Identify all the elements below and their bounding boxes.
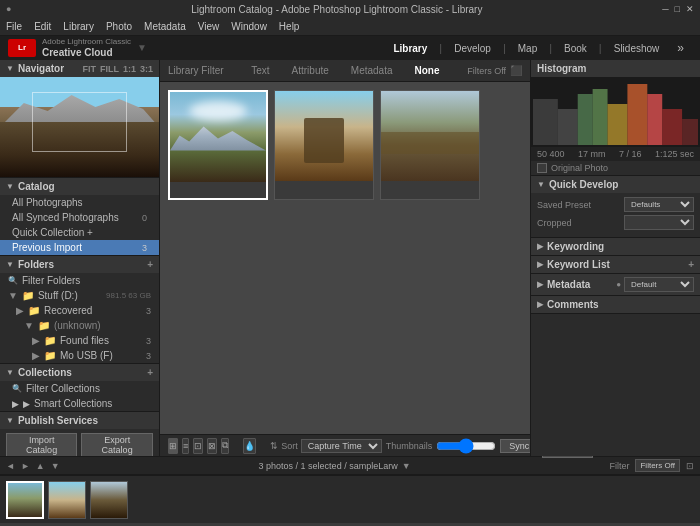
- import-catalog-btn[interactable]: Import Catalog: [6, 433, 77, 456]
- nav-up[interactable]: ▲: [36, 461, 45, 471]
- navigator-label: Navigator: [18, 63, 64, 74]
- catalog-all-photos[interactable]: All Photographs: [0, 195, 159, 210]
- filter-tab-text[interactable]: Text: [243, 65, 277, 76]
- quick-develop-header[interactable]: ▼ Quick Develop: [531, 176, 700, 193]
- more-modules-btn[interactable]: »: [669, 39, 692, 57]
- nav-down[interactable]: ▼: [51, 461, 60, 471]
- grid-view-btn[interactable]: ⊞: [168, 438, 178, 454]
- maximize-btn[interactable]: □: [675, 4, 680, 14]
- menu-window[interactable]: Window: [231, 21, 267, 32]
- module-book[interactable]: Book: [556, 41, 595, 56]
- filmstrip-thumb-2[interactable]: [48, 481, 86, 519]
- publish-header[interactable]: ▼ Publish Services: [0, 412, 159, 429]
- folder-unknown[interactable]: ▼ 📁 (unknown): [0, 318, 159, 333]
- catalog-synced[interactable]: All Synced Photographs 0: [0, 210, 159, 225]
- filter-collections-btn[interactable]: 🔍 Filter Collections: [0, 381, 159, 396]
- filter-collections-icon: 🔍: [12, 384, 22, 393]
- photo-thumb-3[interactable]: 3: [380, 90, 480, 200]
- qd-cropped-select[interactable]: [624, 215, 694, 230]
- people-view-btn[interactable]: ⧉: [221, 438, 229, 454]
- catalog-previous-import[interactable]: Previous Import 3: [0, 240, 159, 255]
- folder-found-files[interactable]: ▶ 📁 Found files 3: [0, 333, 159, 348]
- filmstrip-dropdown-icon[interactable]: ▼: [402, 461, 411, 471]
- hist-info-left: 50 400: [537, 149, 565, 159]
- module-slideshow[interactable]: Slideshow: [606, 41, 668, 56]
- catalog-quick-collection[interactable]: Quick Collection +: [0, 225, 159, 240]
- filmstrip-thumb-1[interactable]: [6, 481, 44, 519]
- photo-thumb-2[interactable]: 2: [274, 90, 374, 200]
- loupe-view-btn[interactable]: ≡: [182, 438, 189, 454]
- comments-header[interactable]: ▶ Comments: [531, 296, 700, 313]
- sort-select[interactable]: Capture Time Added Order Edit Time File …: [301, 439, 382, 453]
- hist-info-mid: 17 mm: [578, 149, 606, 159]
- compare-view-btn[interactable]: ⊡: [193, 438, 203, 454]
- filter-tab-none[interactable]: None: [407, 65, 448, 76]
- folder-stuff-drive[interactable]: ▼ 📁 Stuff (D:) 981.5 63 GB: [0, 288, 159, 303]
- folders-header[interactable]: ▼ Folders +: [0, 256, 159, 273]
- filter-bar: Library Filter Text Attribute Metadata N…: [160, 60, 530, 82]
- menu-library[interactable]: Library: [63, 21, 94, 32]
- cc-dropdown-icon[interactable]: ▼: [137, 42, 147, 53]
- folder-icon-2: 📁: [28, 305, 40, 316]
- nav-1to1[interactable]: 1:1: [123, 64, 136, 74]
- original-photo-checkbox[interactable]: [537, 163, 547, 173]
- window-controls[interactable]: ─ □ ✕: [662, 4, 694, 14]
- menu-photo[interactable]: Photo: [106, 21, 132, 32]
- filter-toggle-icon[interactable]: ⬛: [510, 65, 522, 76]
- filmstrip-right-btn[interactable]: ⊡: [686, 461, 694, 471]
- cc-info: Adobe Lightroom Classic Creative Cloud: [42, 38, 131, 58]
- collections-add-btn[interactable]: +: [147, 367, 153, 378]
- menu-edit[interactable]: Edit: [34, 21, 51, 32]
- hist-info-far: 1:125 sec: [655, 149, 694, 159]
- nav-page-prev[interactable]: ◄: [6, 461, 15, 471]
- nav-fit[interactable]: FIT: [82, 64, 96, 74]
- menu-file[interactable]: File: [6, 21, 22, 32]
- navigator-rect: [32, 92, 127, 152]
- module-library[interactable]: Library: [385, 41, 435, 56]
- thumbnail-size-slider[interactable]: [436, 438, 496, 454]
- catalog-header[interactable]: ▼ Catalog: [0, 178, 159, 195]
- quick-develop-content: Saved Preset Defaults Cropped: [531, 193, 700, 237]
- sort-arrows[interactable]: ⇅: [270, 441, 278, 451]
- histogram-header[interactable]: Histogram: [531, 60, 700, 77]
- filmstrip-thumb-3[interactable]: [90, 481, 128, 519]
- metadata-preset-select[interactable]: Default: [624, 277, 694, 292]
- photo-thumb-1[interactable]: 1: [168, 90, 268, 200]
- close-btn[interactable]: ✕: [686, 4, 694, 14]
- filter-tab-metadata[interactable]: Metadata: [343, 65, 401, 76]
- folder-icon: ▼: [8, 290, 18, 301]
- fs-thumb-2-image: [49, 482, 85, 518]
- module-develop[interactable]: Develop: [446, 41, 499, 56]
- module-map[interactable]: Map: [510, 41, 545, 56]
- folder-mo-usb[interactable]: ▶ 📁 Mo USB (F) 3: [0, 348, 159, 363]
- filmstrip-filters-off-btn[interactable]: Filters Off: [635, 459, 680, 472]
- filter-folders-btn[interactable]: 🔍 Filter Folders: [0, 273, 159, 288]
- metadata-header[interactable]: ▶ Metadata ● Default: [531, 274, 700, 295]
- folder-recovered[interactable]: ▶ 📁 Recovered 3: [0, 303, 159, 318]
- menu-metadata[interactable]: Metadata: [144, 21, 186, 32]
- folders-add-btn[interactable]: +: [147, 259, 153, 270]
- menu-help[interactable]: Help: [279, 21, 300, 32]
- qd-preset-select[interactable]: Defaults: [624, 197, 694, 212]
- nav-page-next[interactable]: ►: [21, 461, 30, 471]
- minimize-btn[interactable]: ─: [662, 4, 668, 14]
- nav-3to1[interactable]: 3:1: [140, 64, 153, 74]
- spray-tool-btn[interactable]: 💧: [243, 438, 256, 454]
- metadata-label: Metadata: [547, 279, 590, 290]
- nav-fill[interactable]: FILL: [100, 64, 119, 74]
- navigator-header[interactable]: ▼ Navigator FIT FILL 1:1 3:1: [0, 60, 159, 77]
- filter-tab-attribute[interactable]: Attribute: [284, 65, 337, 76]
- smart-collections-item[interactable]: ▶ ▶ Smart Collections: [0, 396, 159, 411]
- export-catalog-btn[interactable]: Export Catalog: [81, 433, 153, 456]
- menu-view[interactable]: View: [198, 21, 220, 32]
- keyword-list-add-btn[interactable]: +: [688, 259, 694, 270]
- keyword-list-header[interactable]: ▶ Keyword List +: [531, 256, 700, 273]
- survey-view-btn[interactable]: ⊠: [207, 438, 217, 454]
- modulebar: Lr Adobe Lightroom Classic Creative Clou…: [0, 36, 700, 60]
- import-export-bar: Import Catalog Export Catalog: [0, 429, 159, 456]
- keywording-header[interactable]: ▶ Keywording: [531, 238, 700, 255]
- collections-header[interactable]: ▼ Collections +: [0, 364, 159, 381]
- catalog-section: ▼ Catalog All Photographs All Synced Pho…: [0, 178, 159, 256]
- histogram-section: Histogram 50 4: [531, 60, 700, 176]
- smart-collections-expand-icon: ▶: [12, 399, 19, 409]
